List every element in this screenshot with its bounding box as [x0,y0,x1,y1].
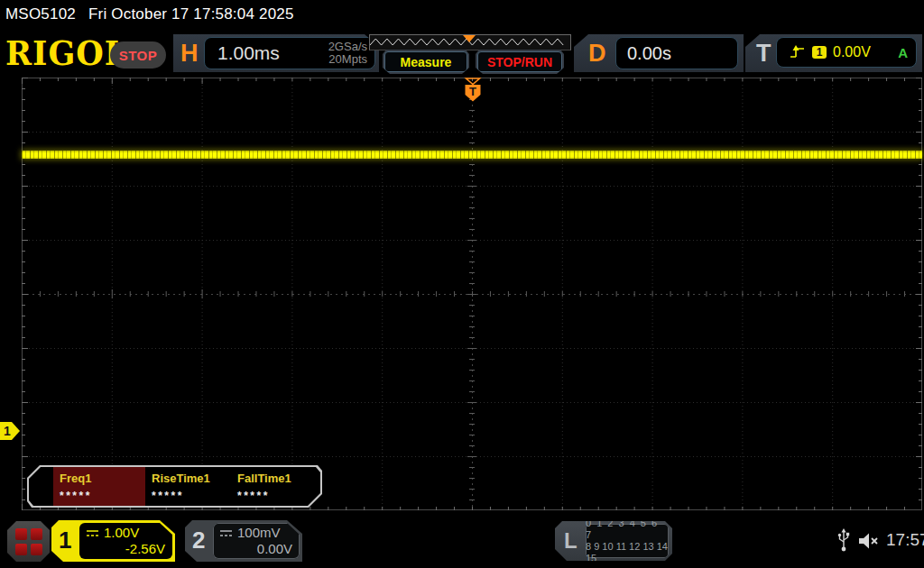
sample-rate: 2GSa/s [328,41,367,53]
sample-rate-block: 2GSa/s 20Mpts [328,41,367,66]
graticule-area [22,78,922,510]
logic-channels-block[interactable]: L 0 1 2 3 4 5 6 7 8 9 10 11 12 13 14 15 [555,521,672,561]
horizontal-settings-group: H 1.00ms 2GSa/s 20Mpts [173,34,379,72]
delay-settings-group: D 0.00s [574,34,744,72]
measurement-item-falltime1[interactable]: FallTime1 ***** [231,467,317,506]
graticule-grid [22,78,922,510]
main-menu-button[interactable] [7,521,50,562]
measurement-value: ***** [152,490,231,502]
channel1-trace [22,151,922,159]
channel2-scale: 100mV [237,525,281,540]
title-bar: MSO5102Fri October 17 17:58:04 2025 [5,5,294,23]
menu-grid-icon [15,528,27,540]
menu-grid-icon [31,544,42,555]
channel2-info-box: 100mV 0.00V [213,523,300,559]
system-clock: 17:57 [886,530,924,550]
measurement-value: ***** [60,490,145,502]
dc-coupling-icon [219,528,233,537]
channel2-number: 2 [192,527,205,554]
stop-run-button-frame: STOP/RUN [476,50,564,74]
channel1-status-block[interactable]: 1 1.00V -2.56V [51,520,175,562]
trigger-position-marker[interactable]: T [462,78,484,103]
channel1-number: 1 [59,527,71,554]
measurement-item-risetime1[interactable]: RiseTime1 ***** [145,467,231,506]
channel1-ground-marker[interactable]: 1 [0,421,21,441]
channel1-offset: -2.56V [86,541,165,556]
timebase-value: 1.00ms [217,42,280,64]
measurement-panel-inner: Freq1 ***** RiseTime1 ***** FallTime1 **… [29,467,320,506]
stop-run-button[interactable]: STOP/RUN [477,51,562,72]
trigger-level-value: 0.00V [833,44,871,60]
timebase-box[interactable]: 1.00ms 2GSa/s 20Mpts [204,37,375,69]
menu-grid-icon [31,528,42,540]
delay-box[interactable]: 0.00s [615,37,738,69]
channel1-scale: 1.00V [104,525,139,540]
logic-label: L [564,528,578,554]
trigger-label: T [756,34,772,72]
dc-coupling-icon [86,528,99,537]
channel1-marker-digit: 1 [4,424,11,438]
delay-value: 0.00s [627,43,671,64]
usb-icon [837,528,850,552]
trigger-source-badge: 1 [812,46,827,59]
trigger-sweep-mode: A [898,45,908,60]
waveform-preview-zigzag [370,35,568,48]
trigger-box[interactable]: 1 0.00V A [776,37,917,68]
waveform-preview-bar[interactable] [369,34,571,50]
measurement-label: RiseTime1 [152,472,231,485]
acquisition-status-badge: STOP [110,41,166,69]
memory-depth: 20Mpts [328,53,367,66]
measurement-panel-handle[interactable] [29,467,53,506]
measurement-value: ***** [237,490,317,502]
logic-row-0-7: 0 1 2 3 4 5 6 7 [586,518,669,541]
logic-channels-box: 0 1 2 3 4 5 6 7 8 9 10 11 12 13 14 15 [586,524,669,558]
rising-edge-trigger-icon [790,45,806,60]
delay-label: D [588,34,606,72]
measurement-label: Freq1 [60,472,145,485]
measure-button[interactable]: Measure [384,51,467,72]
speaker-muted-icon [857,531,881,551]
channel2-status-block[interactable]: 2 100mV 0.00V [185,520,302,562]
channel1-info-box: 1.00V -2.56V [79,523,172,559]
measurement-label: FallTime1 [237,472,317,485]
logic-row-8-15: 8 9 10 11 12 13 14 15 [586,541,669,564]
measurement-item-freq1[interactable]: Freq1 ***** [53,467,145,506]
trigger-marker-letter: T [469,85,476,98]
channel2-offset: 0.00V [219,541,292,556]
datetime-text: Fri October 17 17:58:04 2025 [88,5,294,23]
model-name: MSO5102 [5,5,76,23]
menu-grid-icon [15,544,27,555]
horizontal-label: H [180,34,199,72]
measurement-panel: Freq1 ***** RiseTime1 ***** FallTime1 **… [27,465,322,508]
trigger-settings-group: T 1 0.00V A [745,34,922,72]
measure-button-frame: Measure [383,50,469,74]
